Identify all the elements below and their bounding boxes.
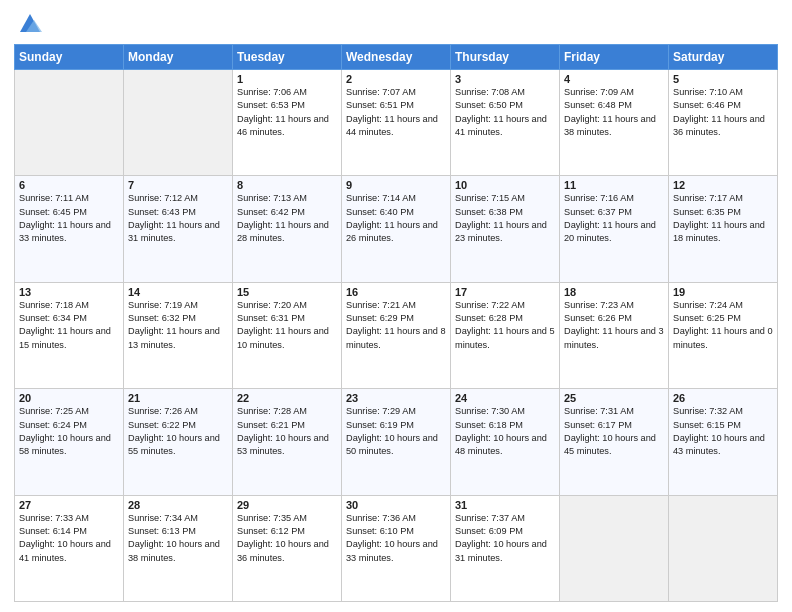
calendar-cell: 22Sunrise: 7:28 AM Sunset: 6:21 PM Dayli…: [233, 389, 342, 495]
day-info: Sunrise: 7:24 AM Sunset: 6:25 PM Dayligh…: [673, 299, 773, 352]
day-info: Sunrise: 7:09 AM Sunset: 6:48 PM Dayligh…: [564, 86, 664, 139]
day-number: 6: [19, 179, 119, 191]
calendar-cell: 19Sunrise: 7:24 AM Sunset: 6:25 PM Dayli…: [669, 282, 778, 388]
day-info: Sunrise: 7:37 AM Sunset: 6:09 PM Dayligh…: [455, 512, 555, 565]
calendar-cell: [560, 495, 669, 601]
calendar-cell: [15, 70, 124, 176]
calendar-cell: 13Sunrise: 7:18 AM Sunset: 6:34 PM Dayli…: [15, 282, 124, 388]
day-number: 2: [346, 73, 446, 85]
calendar-cell: 21Sunrise: 7:26 AM Sunset: 6:22 PM Dayli…: [124, 389, 233, 495]
weekday-header-tuesday: Tuesday: [233, 45, 342, 70]
calendar-cell: 16Sunrise: 7:21 AM Sunset: 6:29 PM Dayli…: [342, 282, 451, 388]
day-number: 12: [673, 179, 773, 191]
calendar-cell: 3Sunrise: 7:08 AM Sunset: 6:50 PM Daylig…: [451, 70, 560, 176]
day-info: Sunrise: 7:11 AM Sunset: 6:45 PM Dayligh…: [19, 192, 119, 245]
day-info: Sunrise: 7:10 AM Sunset: 6:46 PM Dayligh…: [673, 86, 773, 139]
day-number: 28: [128, 499, 228, 511]
calendar-cell: 2Sunrise: 7:07 AM Sunset: 6:51 PM Daylig…: [342, 70, 451, 176]
calendar-cell: 26Sunrise: 7:32 AM Sunset: 6:15 PM Dayli…: [669, 389, 778, 495]
calendar-cell: 10Sunrise: 7:15 AM Sunset: 6:38 PM Dayli…: [451, 176, 560, 282]
day-info: Sunrise: 7:23 AM Sunset: 6:26 PM Dayligh…: [564, 299, 664, 352]
calendar-week-row: 20Sunrise: 7:25 AM Sunset: 6:24 PM Dayli…: [15, 389, 778, 495]
calendar-week-row: 1Sunrise: 7:06 AM Sunset: 6:53 PM Daylig…: [15, 70, 778, 176]
calendar-cell: 15Sunrise: 7:20 AM Sunset: 6:31 PM Dayli…: [233, 282, 342, 388]
calendar-cell: 31Sunrise: 7:37 AM Sunset: 6:09 PM Dayli…: [451, 495, 560, 601]
day-number: 21: [128, 392, 228, 404]
calendar-week-row: 13Sunrise: 7:18 AM Sunset: 6:34 PM Dayli…: [15, 282, 778, 388]
weekday-header-friday: Friday: [560, 45, 669, 70]
day-info: Sunrise: 7:33 AM Sunset: 6:14 PM Dayligh…: [19, 512, 119, 565]
calendar-cell: 28Sunrise: 7:34 AM Sunset: 6:13 PM Dayli…: [124, 495, 233, 601]
day-number: 14: [128, 286, 228, 298]
day-info: Sunrise: 7:13 AM Sunset: 6:42 PM Dayligh…: [237, 192, 337, 245]
calendar-cell: 5Sunrise: 7:10 AM Sunset: 6:46 PM Daylig…: [669, 70, 778, 176]
calendar-cell: 29Sunrise: 7:35 AM Sunset: 6:12 PM Dayli…: [233, 495, 342, 601]
calendar-cell: 24Sunrise: 7:30 AM Sunset: 6:18 PM Dayli…: [451, 389, 560, 495]
day-info: Sunrise: 7:32 AM Sunset: 6:15 PM Dayligh…: [673, 405, 773, 458]
calendar-cell: 9Sunrise: 7:14 AM Sunset: 6:40 PM Daylig…: [342, 176, 451, 282]
day-number: 3: [455, 73, 555, 85]
day-info: Sunrise: 7:06 AM Sunset: 6:53 PM Dayligh…: [237, 86, 337, 139]
day-info: Sunrise: 7:34 AM Sunset: 6:13 PM Dayligh…: [128, 512, 228, 565]
day-info: Sunrise: 7:25 AM Sunset: 6:24 PM Dayligh…: [19, 405, 119, 458]
day-number: 26: [673, 392, 773, 404]
day-number: 24: [455, 392, 555, 404]
calendar-cell: 14Sunrise: 7:19 AM Sunset: 6:32 PM Dayli…: [124, 282, 233, 388]
day-number: 20: [19, 392, 119, 404]
calendar-cell: 17Sunrise: 7:22 AM Sunset: 6:28 PM Dayli…: [451, 282, 560, 388]
day-number: 22: [237, 392, 337, 404]
day-number: 13: [19, 286, 119, 298]
day-info: Sunrise: 7:15 AM Sunset: 6:38 PM Dayligh…: [455, 192, 555, 245]
calendar-header-row: SundayMondayTuesdayWednesdayThursdayFrid…: [15, 45, 778, 70]
logo-icon: [16, 10, 44, 38]
day-number: 18: [564, 286, 664, 298]
day-number: 15: [237, 286, 337, 298]
calendar-body: 1Sunrise: 7:06 AM Sunset: 6:53 PM Daylig…: [15, 70, 778, 602]
calendar-cell: 12Sunrise: 7:17 AM Sunset: 6:35 PM Dayli…: [669, 176, 778, 282]
day-number: 27: [19, 499, 119, 511]
calendar-cell: 11Sunrise: 7:16 AM Sunset: 6:37 PM Dayli…: [560, 176, 669, 282]
day-info: Sunrise: 7:28 AM Sunset: 6:21 PM Dayligh…: [237, 405, 337, 458]
calendar-cell: 6Sunrise: 7:11 AM Sunset: 6:45 PM Daylig…: [15, 176, 124, 282]
day-info: Sunrise: 7:20 AM Sunset: 6:31 PM Dayligh…: [237, 299, 337, 352]
day-number: 16: [346, 286, 446, 298]
day-info: Sunrise: 7:29 AM Sunset: 6:19 PM Dayligh…: [346, 405, 446, 458]
day-info: Sunrise: 7:36 AM Sunset: 6:10 PM Dayligh…: [346, 512, 446, 565]
weekday-header-monday: Monday: [124, 45, 233, 70]
weekday-header-wednesday: Wednesday: [342, 45, 451, 70]
header: [14, 10, 778, 38]
day-info: Sunrise: 7:19 AM Sunset: 6:32 PM Dayligh…: [128, 299, 228, 352]
calendar-cell: 8Sunrise: 7:13 AM Sunset: 6:42 PM Daylig…: [233, 176, 342, 282]
calendar-week-row: 6Sunrise: 7:11 AM Sunset: 6:45 PM Daylig…: [15, 176, 778, 282]
day-info: Sunrise: 7:18 AM Sunset: 6:34 PM Dayligh…: [19, 299, 119, 352]
day-info: Sunrise: 7:30 AM Sunset: 6:18 PM Dayligh…: [455, 405, 555, 458]
day-info: Sunrise: 7:31 AM Sunset: 6:17 PM Dayligh…: [564, 405, 664, 458]
day-number: 1: [237, 73, 337, 85]
calendar-cell: 27Sunrise: 7:33 AM Sunset: 6:14 PM Dayli…: [15, 495, 124, 601]
logo: [14, 10, 44, 38]
calendar-table: SundayMondayTuesdayWednesdayThursdayFrid…: [14, 44, 778, 602]
day-number: 5: [673, 73, 773, 85]
calendar-cell: 18Sunrise: 7:23 AM Sunset: 6:26 PM Dayli…: [560, 282, 669, 388]
weekday-header-sunday: Sunday: [15, 45, 124, 70]
day-number: 8: [237, 179, 337, 191]
weekday-header-saturday: Saturday: [669, 45, 778, 70]
day-number: 7: [128, 179, 228, 191]
calendar-cell: 4Sunrise: 7:09 AM Sunset: 6:48 PM Daylig…: [560, 70, 669, 176]
day-number: 10: [455, 179, 555, 191]
day-number: 4: [564, 73, 664, 85]
weekday-header-thursday: Thursday: [451, 45, 560, 70]
day-info: Sunrise: 7:35 AM Sunset: 6:12 PM Dayligh…: [237, 512, 337, 565]
day-info: Sunrise: 7:08 AM Sunset: 6:50 PM Dayligh…: [455, 86, 555, 139]
calendar-cell: 7Sunrise: 7:12 AM Sunset: 6:43 PM Daylig…: [124, 176, 233, 282]
day-number: 30: [346, 499, 446, 511]
calendar-cell: [124, 70, 233, 176]
calendar-cell: 1Sunrise: 7:06 AM Sunset: 6:53 PM Daylig…: [233, 70, 342, 176]
calendar-week-row: 27Sunrise: 7:33 AM Sunset: 6:14 PM Dayli…: [15, 495, 778, 601]
day-info: Sunrise: 7:14 AM Sunset: 6:40 PM Dayligh…: [346, 192, 446, 245]
day-info: Sunrise: 7:07 AM Sunset: 6:51 PM Dayligh…: [346, 86, 446, 139]
page: SundayMondayTuesdayWednesdayThursdayFrid…: [0, 0, 792, 612]
day-number: 25: [564, 392, 664, 404]
calendar-cell: [669, 495, 778, 601]
day-number: 19: [673, 286, 773, 298]
